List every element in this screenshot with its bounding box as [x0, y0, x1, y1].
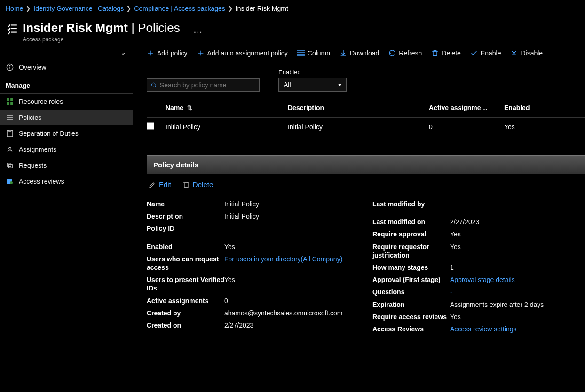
disable-button[interactable]: Disable: [510, 49, 543, 57]
search-input[interactable]: [160, 81, 255, 89]
review-icon: [6, 178, 14, 185]
table-row[interactable]: Initial Policy Initial Policy 0 Yes: [147, 118, 585, 136]
trash-icon: [182, 181, 190, 188]
field-value-link[interactable]: Access review settings: [450, 325, 570, 333]
button-label: Add policy: [157, 49, 188, 57]
svg-point-5: [9, 65, 10, 66]
field-label: Require approval: [372, 230, 450, 238]
field-value: 2/27/2023: [450, 218, 570, 226]
command-bar: Add policy Add auto assignment policy Co…: [147, 45, 585, 62]
collapse-sidebar-icon[interactable]: «: [0, 48, 133, 59]
field-value-link[interactable]: -: [450, 288, 570, 296]
field-label: Description: [147, 212, 224, 220]
filter-row: Enabled All ▾: [147, 62, 585, 98]
button-label: Add auto assignment policy: [207, 49, 288, 57]
breadcrumb: Home ❯ Identity Governance | Catalogs ❯ …: [0, 0, 585, 17]
details-panel: Policy details Edit Delete NameInitial P…: [147, 155, 585, 345]
enabled-filter-select[interactable]: All ▾: [278, 78, 347, 92]
field-value: 1: [450, 263, 570, 272]
field-label: Last modified on: [372, 218, 450, 226]
enable-button[interactable]: Enable: [470, 49, 501, 57]
details-left-column: NameInitial Policy DescriptionInitial Po…: [147, 198, 344, 335]
column-description[interactable]: Description: [288, 104, 429, 111]
sidebar-item-label: Assignments: [19, 146, 56, 153]
details-right-column: Last modified by Last modified on2/27/20…: [372, 198, 570, 335]
page-title-section: Policies: [138, 21, 180, 35]
delete-button[interactable]: Delete: [431, 49, 460, 57]
breadcrumb-link-catalogs[interactable]: Identity Governance | Catalogs: [33, 5, 124, 12]
button-label: Disable: [521, 49, 543, 57]
field-value: Yes: [450, 313, 570, 321]
field-label: Approval (First stage): [372, 275, 450, 284]
chevron-right-icon: ❯: [126, 5, 131, 12]
sidebar-item-policies[interactable]: Policies: [0, 110, 133, 125]
breadcrumb-link-access-packages[interactable]: Compliance | Access packages: [134, 5, 225, 12]
field-label: Policy ID: [147, 224, 224, 233]
sidebar-item-overview[interactable]: Overview: [0, 59, 133, 75]
field-value: 2/27/2023: [224, 321, 344, 329]
add-auto-assignment-button[interactable]: Add auto assignment policy: [197, 49, 288, 57]
sidebar-section-manage: Manage: [0, 75, 133, 94]
field-label: Expiration: [372, 300, 450, 309]
svg-rect-30: [433, 51, 437, 55]
clipboard-icon: [6, 130, 14, 137]
sidebar-item-requests[interactable]: Requests: [0, 157, 133, 173]
svg-rect-35: [184, 183, 188, 187]
svg-rect-17: [9, 165, 13, 168]
info-icon: [6, 63, 14, 71]
more-icon[interactable]: …: [193, 24, 203, 35]
sidebar-item-assignments[interactable]: Assignments: [0, 141, 133, 157]
field-label: Users to present Verified IDs: [147, 275, 224, 292]
column-label: Enabled: [504, 104, 530, 111]
column-name[interactable]: Name ⇅: [166, 104, 288, 111]
chevron-right-icon: ❯: [26, 5, 31, 12]
column-enabled[interactable]: Enabled: [504, 104, 561, 111]
sidebar: « Overview Manage Resource roles Policie…: [0, 45, 133, 345]
button-label: Column: [308, 49, 330, 57]
delete-policy-button[interactable]: Delete: [182, 180, 213, 188]
add-policy-button[interactable]: Add policy: [147, 49, 188, 57]
person-icon: [6, 146, 14, 153]
sidebar-item-resource-roles[interactable]: Resource roles: [0, 94, 133, 110]
field-value: ahamos@syntechsales.onmicrosoft.com: [224, 309, 344, 317]
panel-toolbar: Edit Delete: [147, 174, 585, 195]
field-value-link[interactable]: For users in your directory(All Company): [224, 255, 344, 263]
copy-icon: [6, 162, 14, 169]
breadcrumb-link-home[interactable]: Home: [6, 5, 23, 12]
list-checked-icon: [6, 23, 18, 35]
field-label: Access Reviews: [372, 325, 450, 333]
svg-rect-16: [8, 163, 11, 167]
field-label: Last modified by: [372, 200, 450, 208]
field-label: Created on: [147, 321, 224, 329]
row-checkbox[interactable]: [147, 122, 154, 130]
column-active-assignments[interactable]: Active assignme…: [429, 104, 504, 111]
field-value: Assignments expire after 2 days: [450, 300, 570, 309]
main-content: Add policy Add auto assignment policy Co…: [133, 45, 585, 345]
field-label: Users who can request access: [147, 255, 224, 272]
field-label: Require access reviews: [372, 313, 450, 321]
svg-rect-7: [10, 98, 13, 101]
search-input-wrapper[interactable]: [147, 78, 260, 92]
sidebar-item-separation-of-duties[interactable]: Separation of Duties: [0, 125, 133, 141]
svg-point-15: [9, 147, 11, 149]
field-value: Yes: [450, 230, 570, 238]
refresh-button[interactable]: Refresh: [388, 49, 422, 57]
sidebar-item-label: Requests: [19, 162, 47, 169]
sidebar-item-label: Separation of Duties: [19, 130, 79, 137]
button-label: Enable: [481, 49, 501, 57]
enabled-filter-label: Enabled: [278, 69, 347, 76]
cell-name: Initial Policy: [166, 123, 288, 131]
column-button[interactable]: Column: [297, 49, 330, 57]
list-icon: [6, 114, 14, 121]
svg-line-34: [155, 86, 156, 87]
sidebar-item-label: Access reviews: [19, 178, 64, 185]
sidebar-item-access-reviews[interactable]: Access reviews: [0, 173, 133, 189]
page-title-row: Insider Risk Mgmt | Policies Access pack…: [0, 17, 585, 45]
field-value-link[interactable]: Approval stage details: [450, 275, 570, 284]
edit-button[interactable]: Edit: [149, 180, 171, 188]
grid-icon: [6, 98, 14, 105]
breadcrumb-current: Insider Risk Mgmt: [236, 5, 288, 12]
field-value: Initial Policy: [224, 212, 344, 220]
svg-rect-8: [7, 102, 9, 105]
download-button[interactable]: Download: [340, 49, 379, 57]
